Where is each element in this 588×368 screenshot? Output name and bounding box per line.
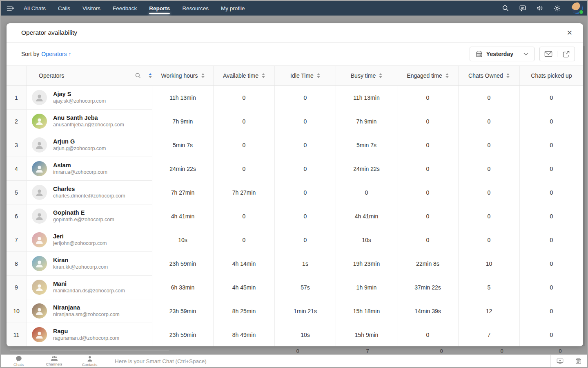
operator-email: anusanthjeba.r@zohocorp.com: [53, 121, 124, 128]
cell-engaged-time: 0: [397, 181, 458, 204]
cell-working-hours: 6h 33min: [152, 276, 213, 299]
search-icon[interactable]: [501, 4, 510, 12]
nav-tab-feedback[interactable]: Feedback: [113, 2, 137, 15]
cell-chats-picked-up: 0: [519, 276, 583, 299]
column-header-idle-time[interactable]: Idle Time: [274, 66, 336, 85]
nav-tab-visitors[interactable]: Visitors: [82, 2, 100, 15]
column-label: Chats picked up: [531, 72, 572, 79]
nav-tabs: All ChatsCallsVisitorsFeedbackReportsRes…: [24, 2, 245, 15]
table-row[interactable]: 8Kirankiran.kk@zohocorp.com23h 59min4h 1…: [7, 252, 583, 276]
close-icon[interactable]: ✕: [565, 28, 574, 38]
cell-chats-picked-up: 0: [519, 86, 583, 110]
cell-available-time: 8h 25min: [213, 299, 274, 323]
cell-busy-time: 1h 9min: [336, 276, 397, 299]
cell-chats-owned: 0: [458, 157, 519, 181]
menu-toggle-icon[interactable]: [1, 4, 20, 12]
column-search-icon[interactable]: [135, 72, 141, 79]
online-status-dot: [579, 9, 584, 15]
cell-idle-time: 0: [274, 228, 336, 252]
column-label: Engaged time: [407, 72, 442, 79]
cell-available-time: 7h 27min: [213, 181, 274, 204]
cell-busy-time: 15h 18min: [336, 299, 397, 323]
cell-idle-time: 0: [274, 110, 336, 133]
nav-tab-all-chats[interactable]: All Chats: [24, 2, 46, 15]
nav-tab-calls[interactable]: Calls: [58, 2, 70, 15]
cell-busy-time: 4h 41min: [336, 204, 397, 228]
operator-avatar: [32, 209, 47, 224]
user-avatar[interactable]: [572, 2, 583, 14]
cell-available-time: 0: [213, 157, 274, 181]
table-row[interactable]: 9Manimanikandan.ds@zohocorp.com6h 33min4…: [7, 276, 583, 299]
column-header-working-hours[interactable]: Working hours: [152, 66, 213, 85]
screenshare-icon[interactable]: [551, 355, 569, 367]
stacked-notes-icon[interactable]: [569, 355, 587, 367]
table-row[interactable]: 3Arjun Garjun.g@zohocorp.com5min 7s005mi…: [7, 133, 583, 157]
row-index: 4: [7, 157, 26, 181]
operator-name: Gopinath E: [53, 209, 114, 216]
row-index: 5: [7, 181, 26, 204]
settings-icon[interactable]: [553, 4, 561, 12]
top-navbar: All ChatsCallsVisitorsFeedbackReportsRes…: [1, 1, 587, 16]
row-index: 10: [7, 299, 26, 323]
operator-email: imran.a@zohocorp.com: [53, 169, 107, 175]
cell-working-hours: 24min 22s: [152, 157, 213, 181]
column-header-busy-time[interactable]: Busy time: [336, 66, 397, 85]
background-row-value: 7: [366, 348, 369, 354]
nav-tab-resources[interactable]: Resources: [182, 2, 209, 15]
cell-busy-time: 15h 9min: [336, 323, 397, 346]
table-row[interactable]: 5Charlescharles.dmonte@zohocorp.com7h 27…: [7, 181, 583, 204]
operator-cell: Charlescharles.dmonte@zohocorp.com: [26, 181, 152, 204]
cell-chats-owned: 7: [458, 323, 519, 346]
operator-email: arjun.g@zohocorp.com: [53, 145, 106, 152]
nav-tab-my-profile[interactable]: My profile: [221, 2, 245, 15]
table-row[interactable]: 10Niranjananiranjana.sm@zohocorp.com23h …: [7, 299, 583, 323]
smartbar-tab-contacts[interactable]: Contacts: [72, 355, 107, 367]
column-label: Operators: [39, 72, 64, 79]
operator-availability-modal: Operator availability ✕ Sort by Operator…: [7, 23, 583, 346]
cell-available-time: 4h 45min: [213, 276, 274, 299]
table-row[interactable]: 7Jerijerijohn@zohocorp.com10s0010s000: [7, 228, 583, 252]
export-external-icon[interactable]: [557, 51, 575, 58]
cell-working-hours: 23h 59min: [152, 252, 213, 276]
cell-idle-time: 0: [274, 86, 336, 110]
smartbar-tab-chats[interactable]: Chats: [1, 355, 36, 367]
operator-avatar: [32, 90, 47, 105]
operator-cell: Gopinath Egopinath.e@zohocorp.com: [26, 204, 152, 228]
cell-busy-time: 10s: [336, 228, 397, 252]
operator-avatar: [32, 114, 47, 129]
cell-available-time: 0: [213, 86, 274, 110]
background-row-value: 0: [440, 348, 443, 354]
smartbar-tab-channels[interactable]: Channels: [36, 355, 72, 367]
email-report-icon[interactable]: [540, 51, 557, 57]
row-index: 8: [7, 252, 26, 276]
column-header-chats-owned[interactable]: Chats Owned: [458, 66, 519, 85]
cell-idle-time: 0: [274, 181, 336, 204]
column-header-available-time[interactable]: Available time: [213, 66, 274, 85]
date-range-button[interactable]: Yesterday: [470, 47, 535, 61]
column-header-engaged-time[interactable]: Engaged time: [397, 66, 458, 85]
sort-field-link[interactable]: Operators ↑: [41, 51, 71, 57]
cell-working-hours: 11h 13min: [152, 86, 213, 110]
column-header-operators[interactable]: Operators: [26, 66, 152, 85]
table-row[interactable]: 6Gopinath Egopinath.e@zohocorp.com4h 41m…: [7, 204, 583, 228]
cell-chats-picked-up: 0: [519, 228, 583, 252]
cell-idle-time: 10s: [274, 323, 336, 346]
operator-name: Jeri: [53, 233, 107, 240]
operator-cell: Jerijerijohn@zohocorp.com: [26, 228, 152, 252]
sound-icon[interactable]: [536, 4, 544, 12]
operator-name: Aslam: [53, 162, 107, 169]
operator-email: charles.dmonte@zohocorp.com: [53, 193, 125, 199]
table-row[interactable]: 2Anu Santh Jebaanusanthjeba.r@zohocorp.c…: [7, 110, 583, 133]
operator-avatar: [32, 303, 47, 319]
smart-chat-input[interactable]: [108, 355, 550, 367]
table-row[interactable]: 1Ajay Sajay.sk@zohocorp.com11h 13min0011…: [7, 86, 583, 110]
table-row[interactable]: 4Aslamimran.a@zohocorp.com24min 22s0024m…: [7, 157, 583, 181]
operator-email: kiran.kk@zohocorp.com: [53, 264, 108, 270]
nav-right-icons: [501, 2, 587, 14]
table-row[interactable]: 11Raguraguraman.d@zohocorp.com23h 59min8…: [7, 323, 583, 346]
chat-icon[interactable]: [519, 4, 527, 12]
row-index: 1: [7, 86, 26, 110]
smartbar-tab-label: Channels: [46, 362, 62, 366]
nav-tab-reports[interactable]: Reports: [149, 2, 170, 15]
cell-chats-picked-up: 0: [519, 204, 583, 228]
